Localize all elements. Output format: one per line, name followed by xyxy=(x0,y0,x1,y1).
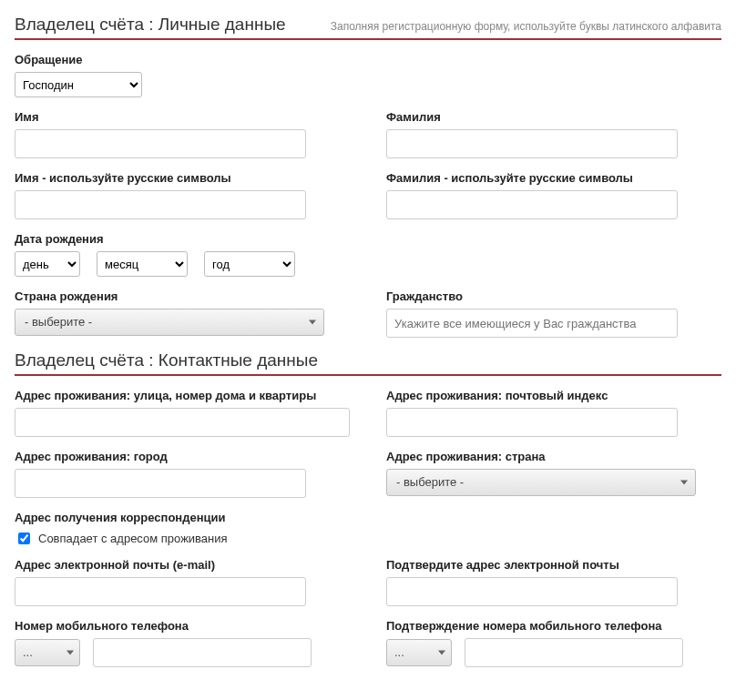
section-personal-title: Владелец счёта : Личные данные xyxy=(15,15,286,35)
birth-country-label: Страна рождения xyxy=(15,289,350,303)
addr-street-input[interactable] xyxy=(15,408,350,437)
email-label: Адрес электронной почты (e-mail) xyxy=(15,558,350,572)
last-name-input[interactable] xyxy=(386,129,678,158)
birth-country-value: - выберите - xyxy=(25,315,92,329)
dob-month-select[interactable]: месяц xyxy=(97,251,188,277)
phone-confirm-prefix-select[interactable]: ... xyxy=(386,639,452,666)
addr-country-label: Адрес проживания: страна xyxy=(386,450,721,463)
phone-prefix-select[interactable]: ... xyxy=(15,639,80,666)
salutation-select[interactable]: Господин xyxy=(15,72,142,97)
addr-city-input[interactable] xyxy=(15,469,306,498)
addr-country-value: - выберите - xyxy=(396,475,464,489)
addr-street-label: Адрес проживания: улица, номер дома и кв… xyxy=(15,389,350,402)
addr-country-select[interactable]: - выберите - xyxy=(386,469,696,496)
phone-confirm-input[interactable] xyxy=(465,638,683,667)
mailing-same-checkbox[interactable] xyxy=(18,533,30,544)
citizenship-label: Гражданство xyxy=(386,289,721,303)
first-name-ru-input[interactable] xyxy=(15,190,306,219)
last-name-ru-input[interactable] xyxy=(386,190,678,219)
section-contact-header: Владелец счёта : Контактные данные xyxy=(15,350,721,376)
chevron-down-icon xyxy=(438,651,445,655)
mailing-same-text: Совпадает с адресом проживания xyxy=(38,532,228,545)
addr-zip-label: Адрес проживания: почтовый индекс xyxy=(386,389,721,402)
section-personal-hint: Заполняя регистрационную форму, использу… xyxy=(331,20,721,33)
last-name-ru-label: Фамилия - используйте русские символы xyxy=(386,171,721,185)
addr-zip-input[interactable] xyxy=(386,408,678,437)
phone-confirm-label: Подтверждение номера мобильного телефона xyxy=(386,619,721,633)
first-name-label: Имя xyxy=(15,110,350,124)
chevron-down-icon xyxy=(309,320,316,325)
dob-label: Дата рождения xyxy=(15,232,721,246)
last-name-label: Фамилия xyxy=(386,110,721,124)
dob-year-select[interactable]: год xyxy=(204,251,295,277)
email-confirm-input[interactable] xyxy=(386,577,678,606)
phone-label: Номер мобильного телефона xyxy=(15,619,350,633)
section-contact-title: Владелец счёта : Контактные данные xyxy=(15,350,318,370)
citizenship-input[interactable] xyxy=(386,309,678,338)
salutation-label: Обращение xyxy=(15,53,721,66)
first-name-ru-label: Имя - используйте русские символы xyxy=(15,171,350,185)
email-confirm-label: Подтвердите адрес электронной почты xyxy=(386,558,721,572)
phone-confirm-prefix-value: ... xyxy=(394,645,404,659)
email-input[interactable] xyxy=(15,577,306,606)
birth-country-select[interactable]: - выберите - xyxy=(15,309,324,336)
addr-city-label: Адрес проживания: город xyxy=(15,450,350,463)
section-personal-header: Владелец счёта : Личные данные Заполняя … xyxy=(15,15,721,40)
chevron-down-icon xyxy=(66,651,74,655)
first-name-input[interactable] xyxy=(15,129,306,158)
chevron-down-icon xyxy=(680,481,688,485)
dob-day-select[interactable]: день xyxy=(15,251,80,277)
mailing-label: Адрес получения корреспонденции xyxy=(15,511,721,524)
phone-input[interactable] xyxy=(93,638,312,667)
phone-prefix-value: ... xyxy=(23,645,33,659)
